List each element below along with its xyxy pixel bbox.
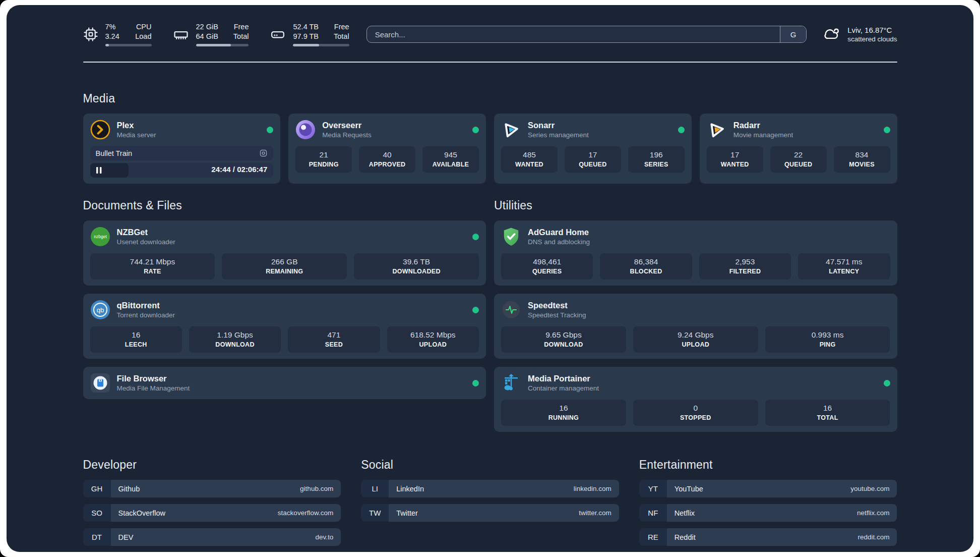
dashboard: 7% CPU 3.24 Load 22 bbox=[7, 5, 973, 552]
sonarr-icon bbox=[501, 120, 521, 140]
disk-widget: 52.4 TB Free 97.9 TB Total bbox=[270, 22, 349, 46]
overseerr-icon bbox=[295, 120, 316, 140]
topbar: 7% CPU 3.24 Load 22 bbox=[83, 20, 897, 48]
memory-free-value: 22 GiB bbox=[196, 22, 218, 31]
app-subtitle: Media File Management bbox=[117, 384, 190, 393]
bookmark-abbr: LI bbox=[361, 480, 389, 497]
search-input[interactable] bbox=[367, 26, 780, 42]
cloud-icon bbox=[822, 25, 841, 44]
plex-icon bbox=[90, 120, 110, 140]
bookmark-linkedin[interactable]: LI LinkedInlinkedin.com bbox=[361, 480, 619, 497]
disk-free-value: 52.4 TB bbox=[293, 22, 319, 31]
app-subtitle: Usenet downloader bbox=[117, 238, 175, 247]
playback-progress-bar[interactable]: 24:44 / 02:06:47 bbox=[90, 163, 274, 178]
disk-free-label: Free bbox=[334, 22, 349, 31]
cpu-load-label: Load bbox=[135, 32, 151, 41]
stat-download: 9.65 GbpsDOWNLOAD bbox=[501, 326, 626, 353]
social-section: Social LI LinkedInlinkedin.com TW Twitte… bbox=[361, 458, 619, 546]
stat-available: 945AVAILABLE bbox=[422, 146, 479, 173]
utilities-section: Utilities AdGuard Home bbox=[494, 199, 897, 432]
disk-progress-bar bbox=[293, 44, 349, 46]
memory-progress-bar bbox=[196, 44, 249, 46]
radarr-icon bbox=[707, 120, 727, 140]
video-session-icon bbox=[259, 149, 268, 157]
section-title-entertainment: Entertainment bbox=[639, 458, 897, 472]
stat-filtered: 2,953FILTERED bbox=[699, 253, 791, 280]
now-playing-title: Bullet Train bbox=[96, 149, 133, 157]
status-dot bbox=[678, 127, 685, 133]
cpu-load-value: 3.24 bbox=[105, 32, 120, 41]
disk-icon bbox=[270, 27, 286, 42]
status-dot bbox=[472, 307, 479, 313]
ram-icon bbox=[173, 27, 189, 42]
app-subtitle: Torrent downloader bbox=[117, 311, 175, 320]
section-title-media: Media bbox=[83, 92, 897, 105]
app-title: Media Portainer bbox=[528, 373, 599, 384]
overseerr-card[interactable]: Overseerr Media Requests 21PENDING 40APP… bbox=[288, 114, 486, 184]
bookmark-abbr: YT bbox=[639, 480, 667, 497]
app-subtitle: Speedtest Tracking bbox=[528, 311, 586, 320]
cpu-usage-label: CPU bbox=[135, 22, 151, 31]
app-title: NZBGet bbox=[117, 227, 175, 238]
stat-movies: 834MOVIES bbox=[834, 146, 890, 173]
bookmark-reddit[interactable]: RE Redditreddit.com bbox=[639, 528, 897, 546]
section-title-utilities: Utilities bbox=[494, 199, 897, 212]
bookmark-dev[interactable]: DT DEVdev.to bbox=[83, 528, 341, 546]
bookmark-twitter[interactable]: TW Twittertwitter.com bbox=[361, 504, 619, 522]
app-subtitle: Media server bbox=[117, 131, 156, 140]
radarr-card[interactable]: Radarr Movie management 17WANTED 22QUEUE… bbox=[700, 114, 897, 184]
bookmark-abbr: GH bbox=[83, 480, 111, 497]
memory-widget: 22 GiB Free 64 GiB Total bbox=[173, 22, 249, 46]
weather-widget: Lviv, 16.87°C scattered clouds bbox=[822, 25, 897, 44]
stat-downloaded: 39.6 TBDOWNLOADED bbox=[354, 253, 479, 280]
bookmark-netflix[interactable]: NF Netflixnetflix.com bbox=[639, 504, 897, 522]
nzbget-card[interactable]: nzbget NZBGet Usenet downloader 744.21 M… bbox=[83, 220, 486, 286]
stat-latency: 47.571 msLATENCY bbox=[798, 253, 890, 280]
svg-text:qb: qb bbox=[96, 306, 103, 314]
stat-remaining: 266 GBREMAINING bbox=[222, 253, 347, 280]
app-title: Overseerr bbox=[322, 120, 372, 131]
adguard-card[interactable]: AdGuard Home DNS and adblocking 498,461Q… bbox=[494, 220, 897, 286]
memory-total-label: Total bbox=[233, 32, 249, 41]
speedtest-card[interactable]: Speedtest Speedtest Tracking 9.65 GbpsDO… bbox=[494, 294, 897, 359]
window: 7% CPU 3.24 Load 22 bbox=[0, 0, 980, 557]
portainer-icon bbox=[501, 373, 521, 393]
stat-series: 196SERIES bbox=[628, 146, 685, 173]
stat-pending: 21PENDING bbox=[295, 146, 352, 173]
now-playing-row: Bullet Train bbox=[90, 146, 274, 160]
cpu-progress-bar bbox=[105, 44, 152, 46]
plex-card[interactable]: Plex Media server Bullet Train bbox=[83, 114, 281, 184]
portainer-card[interactable]: Media Portainer Container management 16R… bbox=[494, 367, 897, 432]
stat-total: 16TOTAL bbox=[765, 400, 890, 426]
memory-free-label: Free bbox=[233, 22, 249, 31]
cpu-chip-icon bbox=[83, 27, 98, 42]
filebrowser-card[interactable]: File Browser Media File Management bbox=[83, 367, 486, 399]
stat-wanted: 485WANTED bbox=[501, 146, 558, 173]
svg-text:nzbget: nzbget bbox=[94, 234, 107, 239]
developer-section: Developer GH Githubgithub.com SO StackOv… bbox=[83, 458, 341, 546]
status-dot bbox=[884, 127, 890, 133]
sonarr-card[interactable]: Sonarr Series management 485WANTED 17QUE… bbox=[494, 114, 692, 184]
bookmark-stackoverflow[interactable]: SO StackOverflowstackoverflow.com bbox=[83, 504, 341, 522]
qbittorrent-card[interactable]: qb qBittorrent Torrent downloader 16LEEC… bbox=[83, 294, 486, 359]
stat-download: 1.19 GbpsDOWNLOAD bbox=[189, 326, 281, 353]
section-title-social: Social bbox=[361, 458, 619, 472]
bookmark-youtube[interactable]: YT YouTubeyoutube.com bbox=[639, 480, 897, 497]
disk-total-label: Total bbox=[334, 32, 349, 41]
stat-approved: 40APPROVED bbox=[359, 146, 415, 173]
filebrowser-icon bbox=[90, 373, 110, 393]
cpu-widget: 7% CPU 3.24 Load bbox=[83, 22, 152, 46]
app-title: Speedtest bbox=[528, 300, 586, 311]
bookmark-github[interactable]: GH Githubgithub.com bbox=[83, 480, 341, 497]
stat-blocked: 86,384BLOCKED bbox=[600, 253, 692, 280]
nzbget-icon: nzbget bbox=[90, 227, 110, 247]
app-subtitle: Container management bbox=[528, 384, 599, 393]
stat-leech: 16LEECH bbox=[90, 326, 182, 353]
app-subtitle: Media Requests bbox=[322, 131, 372, 140]
playback-time: 24:44 / 02:06:47 bbox=[211, 165, 267, 174]
search-provider-button[interactable]: G bbox=[780, 26, 806, 42]
status-dot bbox=[472, 127, 479, 133]
qbittorrent-icon: qb bbox=[90, 300, 110, 320]
pause-icon[interactable] bbox=[96, 166, 102, 176]
stat-queued: 17QUEUED bbox=[565, 146, 621, 173]
